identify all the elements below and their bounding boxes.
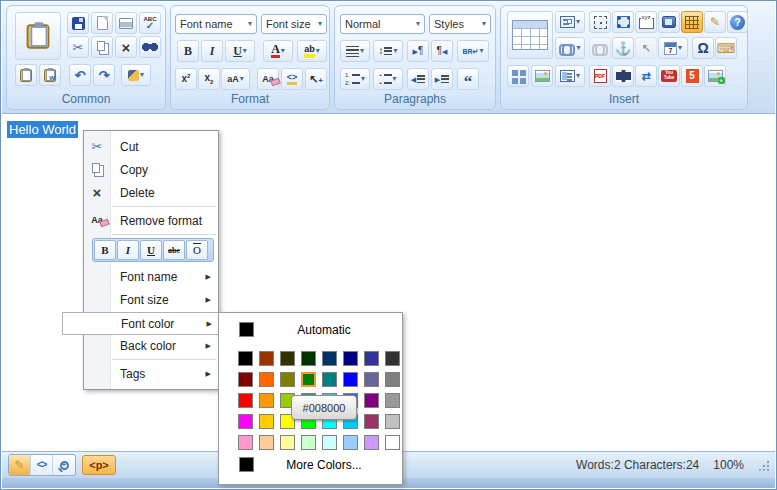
bold-button[interactable]: B	[94, 240, 116, 260]
color-swatch[interactable]	[322, 351, 337, 366]
left-to-right-button[interactable]: ▶¶	[407, 40, 429, 62]
media-button[interactable]	[612, 65, 634, 87]
color-swatch[interactable]	[343, 351, 358, 366]
hidden-element-button[interactable]	[589, 11, 611, 33]
menu-item-back-color[interactable]: Back color ▶	[84, 334, 218, 357]
template-button[interactable]: ▾	[555, 65, 585, 87]
blockquote-button[interactable]: “	[457, 68, 479, 90]
unlink-button[interactable]	[589, 37, 611, 59]
insert-symbol-button[interactable]: Ω	[692, 37, 714, 59]
custom-tag-button[interactable]: xyz	[635, 11, 657, 33]
insert-br-button[interactable]: BR↵ ▾	[457, 40, 489, 62]
color-swatch[interactable]	[238, 414, 253, 429]
superscript-button[interactable]: x2	[175, 68, 197, 90]
resize-grip[interactable]	[758, 460, 769, 471]
change-case-button[interactable]: aA ▾	[221, 68, 250, 90]
color-swatch[interactable]	[238, 435, 253, 450]
automatic-color-row[interactable]: Automatic	[239, 322, 394, 337]
menu-item-tags[interactable]: Tags ▶	[84, 362, 218, 385]
code-snippet-button[interactable]: ⇄	[635, 65, 657, 87]
paste-plain-button[interactable]	[15, 64, 37, 86]
paragraph-style-combo[interactable]: Normal ▾	[340, 14, 425, 34]
form-element-button[interactable]: ▾	[555, 11, 585, 33]
bold-button[interactable]: B	[177, 40, 199, 62]
color-swatch[interactable]	[259, 435, 274, 450]
color-swatch[interactable]	[322, 435, 337, 450]
form-properties-button[interactable]: ✎	[704, 11, 726, 33]
find-button[interactable]	[139, 36, 161, 58]
spellcheck-button[interactable]: ABC✓	[139, 12, 161, 34]
color-swatch[interactable]	[259, 351, 274, 366]
new-document-button[interactable]	[91, 12, 113, 34]
show-grid-button[interactable]	[681, 11, 703, 33]
div-element-button[interactable]	[612, 11, 634, 33]
subscript-button[interactable]: x2	[198, 68, 220, 90]
design-mode-button[interactable]: ✎	[9, 455, 31, 475]
redo-button[interactable]: ↷	[93, 64, 115, 86]
tag-selector-button[interactable]: <p>	[82, 455, 116, 475]
bullet-list-button[interactable]: • • ▾	[373, 68, 403, 90]
help-button[interactable]: ?	[727, 11, 748, 33]
more-colors-swatch[interactable]	[239, 457, 254, 472]
color-swatch[interactable]	[238, 393, 253, 408]
strikethrough-button[interactable]: abc	[163, 240, 185, 260]
color-swatch[interactable]	[238, 351, 253, 366]
copy-button[interactable]	[91, 36, 113, 58]
overline-button[interactable]: O	[186, 240, 208, 260]
color-swatch[interactable]	[364, 372, 379, 387]
color-swatch[interactable]	[343, 435, 358, 450]
undo-button[interactable]: ↶	[69, 64, 91, 86]
menu-item-cut[interactable]: ✂ Cut	[84, 135, 218, 158]
color-swatch[interactable]	[280, 351, 295, 366]
styles-combo[interactable]: Styles ▾	[429, 14, 491, 34]
pdf-button[interactable]: PDF	[589, 65, 611, 87]
color-swatch[interactable]	[385, 435, 400, 450]
color-swatch[interactable]	[280, 372, 295, 387]
align-button[interactable]: ▾	[340, 40, 370, 62]
italic-button[interactable]: I	[201, 40, 223, 62]
color-swatch[interactable]	[364, 351, 379, 366]
color-swatch[interactable]	[301, 372, 316, 387]
numbered-list-button[interactable]: 1. 2. ▾	[340, 68, 370, 90]
italic-button[interactable]: I	[117, 240, 139, 260]
html-mode-button[interactable]: <>	[31, 455, 53, 475]
format-painter-button[interactable]: ▾	[121, 64, 151, 86]
line-spacing-button[interactable]: ↕ ▾	[373, 40, 403, 62]
color-swatch[interactable]	[259, 414, 274, 429]
more-colors-row[interactable]: More Colors...	[239, 457, 394, 472]
color-swatch[interactable]	[259, 393, 274, 408]
remove-format-button[interactable]: Aa	[257, 68, 279, 90]
color-swatch[interactable]	[385, 372, 400, 387]
table-cells-button[interactable]	[507, 65, 529, 87]
menu-item-font-size[interactable]: Font size ▶	[84, 288, 218, 311]
selected-text[interactable]: Hello World	[7, 121, 78, 138]
preview-mode-button[interactable]	[53, 455, 75, 475]
menu-item-remove-format[interactable]: Aa Remove format	[84, 209, 218, 232]
color-swatch[interactable]	[385, 393, 400, 408]
print-button[interactable]	[115, 12, 137, 34]
color-swatch[interactable]	[259, 372, 274, 387]
color-swatch[interactable]	[280, 435, 295, 450]
color-swatch[interactable]	[385, 414, 400, 429]
font-name-combo[interactable]: Font name ▾	[175, 14, 257, 34]
color-swatch[interactable]	[238, 372, 253, 387]
html5-button[interactable]: 5	[681, 65, 703, 87]
select-element-button[interactable]: ↖	[635, 37, 657, 59]
color-swatch[interactable]	[385, 351, 400, 366]
menu-item-font-color[interactable]: Font color ▶	[62, 312, 219, 335]
insert-link-button[interactable]: ▾	[555, 37, 585, 59]
font-size-combo[interactable]: Font size ▾	[261, 14, 327, 34]
color-swatch[interactable]	[364, 393, 379, 408]
color-swatch[interactable]	[364, 414, 379, 429]
paste-button[interactable]	[15, 12, 61, 60]
highlight-color-button[interactable]: ab ▾	[297, 40, 327, 62]
save-button[interactable]	[67, 12, 89, 34]
automatic-color-swatch[interactable]	[239, 322, 254, 337]
outdent-button[interactable]: ◀	[407, 68, 429, 90]
menu-item-copy[interactable]: Copy	[84, 158, 218, 181]
insert-table-button[interactable]	[507, 11, 553, 59]
color-swatch[interactable]	[301, 351, 316, 366]
underline-button[interactable]: U	[140, 240, 162, 260]
menu-item-font-name[interactable]: Font name ▶	[84, 265, 218, 288]
cut-button[interactable]: ✂	[67, 36, 89, 58]
